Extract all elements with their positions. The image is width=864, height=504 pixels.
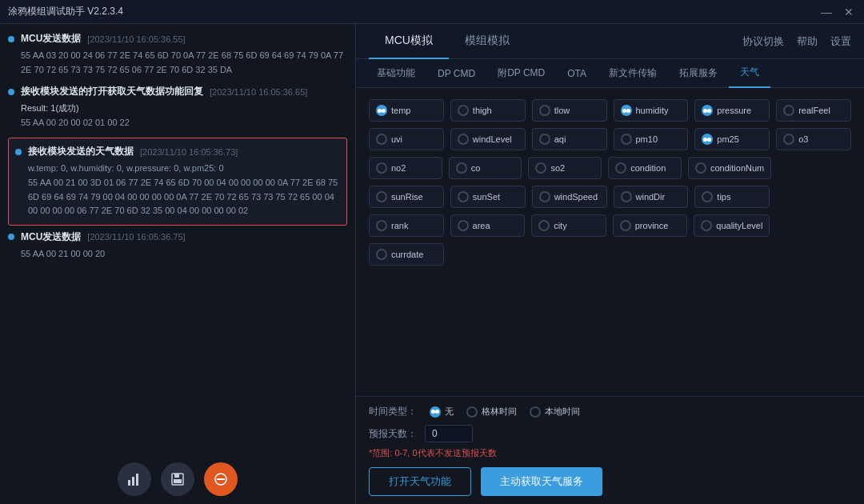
close-button[interactable]: ✕ (842, 6, 856, 18)
time-none-radio[interactable] (430, 406, 441, 418)
radio-circle[interactable] (376, 162, 387, 174)
weather-radio-item-province[interactable]: province (613, 214, 688, 237)
radio-circle[interactable] (615, 162, 626, 174)
radio-circle[interactable] (621, 191, 632, 202)
protocol-switch-button[interactable]: 协议切换 (742, 34, 784, 49)
save-icon (170, 472, 185, 486)
weather-radio-item-aqi[interactable]: aqi (532, 128, 607, 150)
weather-radio-item-tips[interactable]: tips (694, 186, 770, 208)
weather-radio-item-condition[interactable]: condition (608, 157, 682, 179)
log-header: 接收模块发送的打开获取天气数据功能回复 [2023/11/10 16:05:36… (8, 85, 347, 98)
radio-circle[interactable] (376, 134, 387, 145)
radio-circle[interactable] (376, 249, 387, 260)
subtab-attachdp[interactable]: 附DP CMD (486, 59, 556, 88)
stop-button[interactable] (204, 462, 238, 496)
bottom-section: 时间类型： 无 格林时间 本地时间 预报天数： *范围: 0-7, 0代表不发 (356, 396, 864, 504)
help-button[interactable]: 帮助 (797, 34, 818, 49)
weather-empty-cell (778, 157, 851, 179)
left-panel: MCU发送数据 [2023/11/10 16:05:36.55] 55 AA 0… (0, 24, 356, 504)
radio-circle[interactable] (702, 134, 713, 145)
weather-radio-item-currdate[interactable]: currdate (369, 243, 444, 266)
radio-circle[interactable] (458, 191, 469, 202)
weather-radio-item-so2[interactable]: so2 (528, 157, 602, 179)
weather-radio-item-city[interactable]: city (531, 214, 606, 237)
weather-radio-item-pm10[interactable]: pm10 (614, 128, 689, 150)
weather-radio-item-temp[interactable]: temp (369, 99, 444, 122)
save-button[interactable] (161, 462, 194, 496)
weather-empty-cell (776, 243, 851, 266)
radio-circle[interactable] (702, 105, 713, 116)
weather-radio-item-co[interactable]: co (449, 157, 522, 179)
radio-circle[interactable] (376, 220, 387, 231)
radio-circle[interactable] (456, 162, 467, 174)
app-title: 涂鸦模组调试助手 V2.2.3.4 (8, 5, 123, 18)
log-dot (15, 149, 22, 155)
radio-circle[interactable] (783, 134, 794, 145)
open-weather-button[interactable]: 打开天气功能 (369, 467, 471, 496)
radio-circle[interactable] (783, 105, 794, 116)
tab-module[interactable]: 模组模拟 (449, 24, 526, 59)
weather-radio-item-humidity[interactable]: humidity (614, 99, 689, 122)
weather-radio-item-windDir[interactable]: windDir (614, 186, 689, 208)
subtab-fileupload[interactable]: 新文件传输 (598, 59, 668, 88)
forecast-input[interactable] (425, 425, 473, 442)
weather-radio-item-o3[interactable]: o3 (776, 128, 851, 150)
weather-radio-item-area[interactable]: area (450, 214, 526, 237)
time-type-greenwich[interactable]: 格林时间 (466, 406, 517, 418)
minimize-button[interactable]: — (819, 6, 834, 18)
radio-circle[interactable] (458, 220, 469, 231)
radio-circle[interactable] (695, 162, 706, 174)
time-type-local[interactable]: 本地时间 (530, 406, 580, 418)
radio-circle[interactable] (376, 191, 387, 202)
radio-circle[interactable] (535, 162, 546, 174)
radio-label: conditionNum (710, 163, 764, 173)
radio-circle[interactable] (538, 220, 550, 231)
tab-mcu[interactable]: MCU模拟 (369, 24, 449, 59)
weather-radio-item-no2[interactable]: no2 (369, 157, 442, 179)
radio-circle[interactable] (702, 191, 713, 202)
weather-radio-item-conditionNum[interactable]: conditionNum (688, 157, 771, 179)
radio-circle[interactable] (539, 191, 550, 202)
time-type-none[interactable]: 无 (430, 406, 454, 418)
time-greenwich-radio[interactable] (466, 406, 478, 418)
weather-radio-item-pressure[interactable]: pressure (694, 99, 770, 122)
radio-circle[interactable] (620, 220, 631, 231)
weather-row: sunRisesunSetwindSpeedwindDirtips (369, 186, 851, 208)
radio-circle[interactable] (539, 134, 550, 145)
right-actions: 协议切换 帮助 设置 (742, 34, 851, 49)
weather-radio-item-sunRise[interactable]: sunRise (369, 186, 444, 208)
forecast-hint: *范围: 0-7, 0代表不发送预报天数 (369, 447, 851, 459)
fetch-weather-button[interactable]: 主动获取天气服务 (481, 467, 602, 496)
forecast-row: 预报天数： (369, 425, 851, 442)
subtab-basic[interactable]: 基础功能 (366, 59, 426, 88)
subtab-weather[interactable]: 天气 (729, 59, 770, 88)
radio-label: qualityLevel (716, 221, 762, 230)
subtab-dpcmd[interactable]: DP CMD (426, 59, 486, 88)
radio-circle[interactable] (458, 134, 469, 145)
subtab-extend[interactable]: 拓展服务 (668, 59, 729, 88)
weather-row: no2coso2conditionconditionNum (369, 157, 851, 179)
weather-radio-item-realFeel[interactable]: realFeel (776, 99, 851, 122)
weather-radio-item-rank[interactable]: rank (369, 214, 444, 237)
settings-button[interactable]: 设置 (830, 34, 851, 49)
weather-radio-item-tlow[interactable]: tlow (532, 99, 607, 122)
weather-radio-item-windLevel[interactable]: windLevel (450, 128, 526, 150)
weather-radio-item-sunSet[interactable]: sunSet (450, 186, 526, 208)
weather-radio-item-windSpeed[interactable]: windSpeed (532, 186, 607, 208)
weather-row: uviwindLevelaqipm10pm25o3 (369, 128, 851, 150)
weather-radio-item-thigh[interactable]: thigh (450, 99, 526, 122)
chart-button[interactable] (118, 462, 151, 496)
weather-radio-item-pm25[interactable]: pm25 (694, 128, 770, 150)
weather-radio-item-qualityLevel[interactable]: qualityLevel (694, 214, 770, 237)
radio-circle[interactable] (376, 105, 387, 116)
radio-circle[interactable] (621, 134, 632, 145)
radio-circle[interactable] (458, 105, 469, 116)
svg-rect-4 (174, 474, 179, 478)
subtab-ota[interactable]: OTA (556, 59, 598, 88)
time-greenwich-label: 格林时间 (482, 406, 517, 418)
time-local-radio[interactable] (530, 406, 541, 418)
radio-circle[interactable] (701, 220, 712, 231)
radio-circle[interactable] (539, 105, 550, 116)
weather-radio-item-uvi[interactable]: uvi (369, 128, 444, 150)
radio-circle[interactable] (621, 105, 632, 116)
